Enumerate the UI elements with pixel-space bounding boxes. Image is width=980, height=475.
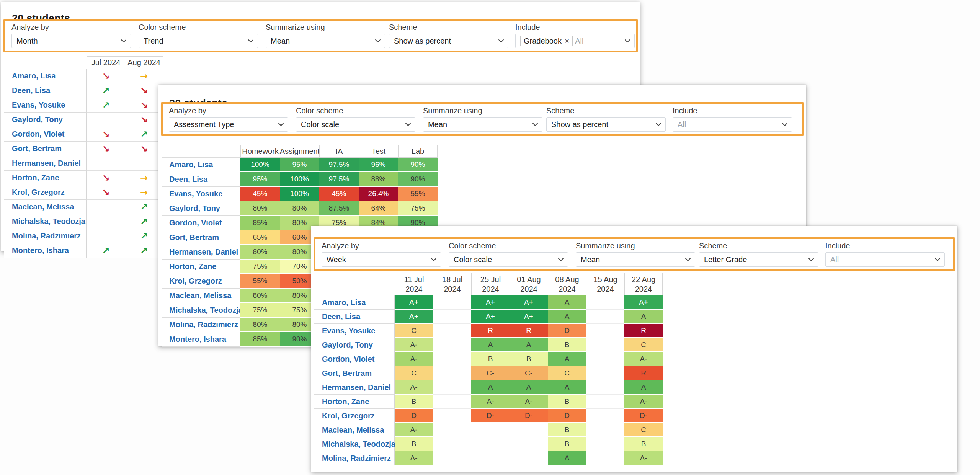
scheme-select[interactable]: Show as percent bbox=[546, 117, 666, 132]
student-name-link[interactable]: Hermansen, Daniel bbox=[314, 380, 395, 395]
filter-label: Summarize using bbox=[423, 106, 542, 116]
table-row: Hermansen, Daniel bbox=[4, 156, 163, 171]
empty-cell bbox=[586, 366, 624, 380]
student-name-link[interactable]: Krol, Grzegorz bbox=[314, 409, 395, 423]
grade-cell: R bbox=[471, 324, 510, 338]
trend-down-icon: ↘ bbox=[102, 72, 109, 81]
trend-cell bbox=[125, 156, 163, 171]
color-scheme-select[interactable]: Color scale bbox=[449, 252, 568, 267]
student-name-link[interactable]: Horton, Zane bbox=[162, 260, 240, 274]
student-name-link[interactable]: Hermansen, Daniel bbox=[162, 245, 240, 260]
color-scheme-select[interactable]: Trend bbox=[139, 34, 258, 48]
empty-cell bbox=[586, 324, 624, 338]
chip-remove-icon[interactable]: × bbox=[565, 36, 569, 46]
chevron-down-icon bbox=[558, 258, 564, 261]
student-name-link[interactable]: Amaro, Lisa bbox=[4, 69, 87, 83]
grade-cell: A bbox=[548, 310, 586, 324]
student-name-link[interactable]: Evans, Yosuke bbox=[162, 187, 240, 201]
summarize-using-select[interactable]: Mean bbox=[576, 252, 695, 267]
empty-cell bbox=[433, 409, 471, 423]
empty-cell bbox=[433, 338, 471, 352]
grade-cell: A- bbox=[471, 395, 510, 409]
student-name-link[interactable]: Gordon, Violet bbox=[314, 352, 395, 366]
student-name-link[interactable]: Evans, Yosuke bbox=[314, 324, 395, 338]
student-name-link[interactable]: Molina, Radzimierz bbox=[162, 318, 240, 332]
include-chip-gradebook[interactable]: Gradebook × bbox=[520, 36, 573, 46]
grade-cell: A bbox=[548, 352, 586, 366]
empty-cell bbox=[586, 395, 624, 409]
chevron-down-icon bbox=[782, 122, 788, 126]
analyze-by-select[interactable]: Month bbox=[11, 34, 131, 48]
filter-label: Analyze by bbox=[11, 23, 131, 33]
student-name-link[interactable]: Gort, Bertram bbox=[162, 230, 240, 245]
include-select[interactable]: Gradebook × All bbox=[515, 34, 635, 48]
grade-cell: A bbox=[624, 310, 663, 324]
column-header: 11 Jul 2024 bbox=[395, 273, 433, 295]
student-name-link[interactable]: Maclean, Melissa bbox=[314, 423, 395, 437]
trend-cell: ↘ bbox=[87, 171, 125, 185]
table-row: Gaylord, TonyA-AABC bbox=[314, 338, 663, 352]
student-name-link[interactable]: Molina, Radzimierz bbox=[314, 451, 395, 465]
student-name-link[interactable]: Molina, Radzimierz bbox=[4, 229, 87, 243]
student-name-link[interactable]: Amaro, Lisa bbox=[314, 295, 395, 310]
student-name-link[interactable]: Hermansen, Daniel bbox=[4, 156, 87, 171]
student-name-link[interactable]: Michalska, Teodozja bbox=[162, 303, 240, 318]
student-name-link[interactable]: Horton, Zane bbox=[4, 171, 87, 185]
summarize-using-select[interactable]: Mean bbox=[266, 34, 385, 48]
filter-label: Color scheme bbox=[139, 23, 258, 33]
student-name-link[interactable]: Deen, Lisa bbox=[162, 172, 240, 187]
student-name-link[interactable]: Michalska, Teodozja bbox=[4, 214, 87, 229]
filter-label: Summarize using bbox=[576, 242, 695, 251]
student-name-link[interactable]: Evans, Yosuke bbox=[4, 98, 87, 113]
student-name-link[interactable]: Gort, Bertram bbox=[314, 366, 395, 380]
analyze-by-select[interactable]: Assessment Type bbox=[169, 117, 288, 132]
grade-cell: 55% bbox=[240, 274, 280, 289]
analyze-by-select[interactable]: Week bbox=[322, 252, 441, 267]
grade-cell: A+ bbox=[471, 310, 510, 324]
student-name-link[interactable]: Krol, Grzegorz bbox=[4, 185, 87, 200]
color-scheme-select[interactable]: Color scale bbox=[296, 117, 415, 132]
student-name-link[interactable]: Gaylord, Tony bbox=[314, 338, 395, 352]
student-name-link[interactable]: Gordon, Violet bbox=[4, 127, 87, 142]
trend-down-icon: ↘ bbox=[140, 144, 148, 153]
grade-cell: C- bbox=[510, 366, 548, 380]
column-header: 25 Jul 2024 bbox=[471, 273, 510, 295]
student-name-link[interactable]: Horton, Zane bbox=[314, 395, 395, 409]
empty-cell bbox=[586, 423, 624, 437]
grade-cell: D- bbox=[624, 409, 663, 423]
trend-cell: ↘ bbox=[87, 185, 125, 200]
grade-cell: A bbox=[548, 451, 586, 465]
student-name-link[interactable]: Gordon, Violet bbox=[162, 216, 240, 230]
grade-cell: 88% bbox=[359, 172, 398, 187]
grade-cell: 45% bbox=[319, 187, 359, 201]
include-select[interactable]: All bbox=[673, 117, 792, 132]
student-name-link[interactable]: Montero, Ishara bbox=[4, 243, 87, 258]
include-select[interactable]: All bbox=[825, 252, 945, 267]
student-name-link[interactable]: Maclean, Melissa bbox=[162, 289, 240, 303]
student-name-link[interactable]: Gaylord, Tony bbox=[4, 113, 87, 127]
student-name-link[interactable]: Deen, Lisa bbox=[4, 83, 87, 98]
grade-cell: A+ bbox=[395, 295, 433, 310]
scheme-select[interactable]: Letter Grade bbox=[699, 252, 818, 267]
empty-cell bbox=[433, 324, 471, 338]
grade-cell: A- bbox=[624, 451, 663, 465]
student-name-link[interactable]: Amaro, Lisa bbox=[162, 158, 240, 172]
select-value: Month bbox=[16, 37, 118, 46]
chevron-down-icon bbox=[375, 39, 381, 43]
student-name-link[interactable]: Gaylord, Tony bbox=[162, 201, 240, 216]
empty-cell bbox=[510, 451, 548, 465]
grade-cell: A- bbox=[510, 395, 548, 409]
student-name-link[interactable]: Krol, Grzegorz bbox=[162, 274, 240, 289]
student-name-link[interactable]: Montero, Ishara bbox=[162, 332, 240, 347]
student-name-link[interactable]: Michalska, Teodozja bbox=[314, 437, 395, 451]
student-name-link[interactable]: Maclean, Melissa bbox=[4, 200, 87, 214]
chevron-down-icon bbox=[655, 122, 662, 126]
grade-cell: B bbox=[624, 437, 663, 451]
student-name-link[interactable]: Gort, Bertram bbox=[4, 142, 87, 156]
scheme-select[interactable]: Show as percent bbox=[389, 34, 508, 48]
summarize-using-select[interactable]: Mean bbox=[423, 117, 542, 132]
trend-down-icon: ↘ bbox=[102, 144, 109, 153]
student-name-link[interactable]: Deen, Lisa bbox=[314, 310, 395, 324]
grade-cell: 100% bbox=[240, 158, 280, 172]
grade-cell: A bbox=[624, 380, 663, 395]
